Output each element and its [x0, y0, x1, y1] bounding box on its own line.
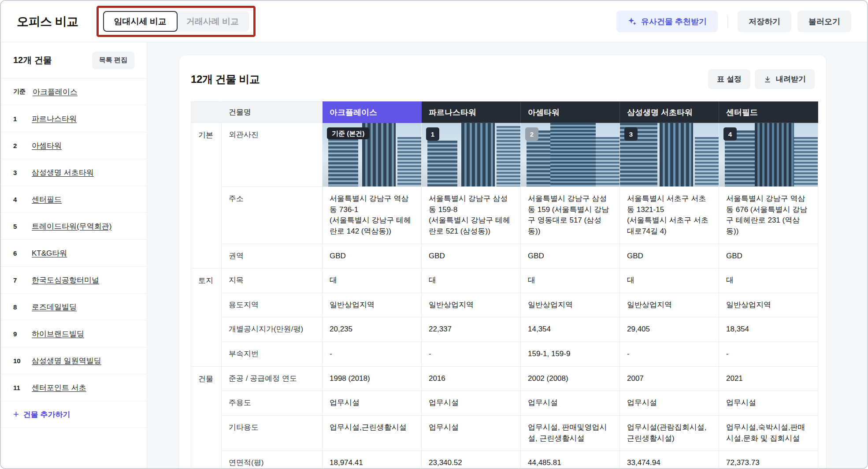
group-label: 토지: [191, 268, 222, 367]
row-label: 부속지번: [222, 342, 323, 367]
cell-value: 2021: [719, 366, 818, 391]
table-header-row: 건물명아크플레이스파르나스타워아셈타워삼성생명 서초타워센터필드: [191, 102, 818, 123]
cell-value: 23,340.52: [422, 451, 521, 468]
row-label: 기타용도: [222, 416, 323, 451]
plus-icon: +: [13, 409, 19, 419]
cell-value: -: [422, 342, 521, 367]
building-item-link[interactable]: 하이브랜드빌딩: [32, 329, 84, 339]
cell-value: 서울특별시 강남구 역삼동 676 (서울특별시 강남구 테헤란로 231 (역…: [719, 187, 818, 244]
recommend-similar-label: 유사건물 추천받기: [641, 16, 707, 27]
top-bar: 오피스 비교 임대시세 비교 거래사례 비교 유사건물 추천받기 저장하기 불러…: [1, 1, 867, 42]
building-item-link[interactable]: 파르나스타워: [32, 114, 77, 124]
cell-value: 20,235: [323, 317, 422, 342]
download-button[interactable]: 내려받기: [755, 69, 815, 89]
header-divider: [727, 15, 728, 28]
building-count-title: 12개 건물: [13, 54, 52, 66]
cell-value: 72,373.73: [719, 451, 818, 468]
building-item-index: 2: [13, 142, 25, 149]
load-button[interactable]: 불러오기: [798, 11, 851, 32]
building-item-link[interactable]: 센터포인트 서초: [32, 383, 86, 393]
building-shape: [550, 123, 596, 186]
building-photo-cell: 1: [422, 123, 521, 187]
photo-badge: 3: [624, 127, 638, 141]
building-list-item: 7한국도심공항터미널: [1, 267, 147, 294]
table-row: 주용도업무시설업무시설업무시설업무시설업무시설: [191, 391, 818, 416]
add-building-button[interactable]: + 건물 추가하기: [1, 401, 147, 428]
cell-value: 2002 (2008): [521, 366, 620, 391]
group-label: 기본: [191, 123, 222, 268]
cell-value: 14,354: [521, 317, 620, 342]
building-item-link[interactable]: 삼성생명 일원역빌딩: [32, 356, 101, 366]
comparison-table-wrap: 건물명아크플레이스파르나스타워아셈타워삼성생명 서초타워센터필드기본외관사진기준…: [191, 101, 815, 468]
row-label: 연면적(평): [222, 451, 323, 468]
edit-list-button[interactable]: 목록 편집: [92, 52, 134, 69]
building-item-index: 11: [13, 384, 25, 391]
building-item-link[interactable]: 한국도심공항터미널: [32, 275, 99, 285]
building-item-link[interactable]: 센터필드: [32, 194, 62, 205]
building-item-index: 10: [13, 357, 25, 365]
building-shape: [660, 123, 693, 186]
building-item-index: 5: [13, 223, 25, 230]
group-label: 건물: [191, 366, 222, 468]
cell-value: -: [323, 342, 422, 367]
cell-value: 업무시설, 판매및영업시설, 근린생활시설: [521, 416, 620, 451]
compare-table: 건물명아크플레이스파르나스타워아셈타워삼성생명 서초타워센터필드기본외관사진기준…: [191, 101, 818, 468]
save-button[interactable]: 저장하기: [738, 11, 791, 32]
comparison-card: 12개 건물 비교 표 설정 내려받기: [179, 55, 827, 468]
row-label: 주용도: [222, 391, 323, 416]
cell-value: 22,337: [422, 317, 521, 342]
tab-transaction-compare[interactable]: 거래사례 비교: [174, 11, 249, 32]
table-row: 개별공시지가(만원/평)20,23522,33714,35429,40518,3…: [191, 317, 818, 342]
building-item-index: 4: [13, 196, 25, 203]
cell-value: 18,974.41: [323, 451, 422, 468]
cell-value: 2016: [422, 366, 521, 391]
cell-value: 서울특별시 강남구 역삼동 736-1 (서울특별시 강남구 테헤란로 142 …: [323, 187, 422, 244]
building-list-item: 4센터필드: [1, 186, 147, 213]
cell-value: 업무시설: [620, 391, 719, 416]
page-title: 오피스 비교: [17, 14, 78, 30]
recommend-similar-button[interactable]: 유사건물 추천받기: [616, 11, 718, 32]
main-area: 12개 건물 비교 표 설정 내려받기: [147, 42, 867, 468]
cell-value: GBD: [422, 244, 521, 268]
building-item-link[interactable]: 아셈타워: [32, 141, 62, 151]
building-column-header: 아크플레이스: [323, 102, 422, 123]
cell-value: 대: [323, 268, 422, 293]
row-label: 개별공시지가(만원/평): [222, 317, 323, 342]
photo-badge: 4: [723, 127, 737, 141]
building-item-link[interactable]: KT&G타워: [32, 248, 67, 258]
office-compare-app: 오피스 비교 임대시세 비교 거래사례 비교 유사건물 추천받기 저장하기 불러…: [0, 0, 868, 469]
card-actions: 표 설정 내려받기: [708, 69, 815, 89]
cell-value: 업무시설: [521, 391, 620, 416]
building-item-link[interactable]: 로즈데일빌딩: [32, 302, 77, 312]
building-photo: 기준 (본건): [323, 123, 421, 186]
cell-value: 대: [521, 268, 620, 293]
cell-value: 대: [719, 268, 818, 293]
building-item-index: 9: [13, 330, 25, 338]
table-row: 건물준공 / 공급예정 연도1998 (2018)20162002 (2008)…: [191, 366, 818, 391]
building-shape: [596, 137, 619, 186]
cell-value: GBD: [719, 244, 818, 268]
building-item-link[interactable]: 아크플레이스: [33, 87, 78, 97]
building-photo: 2: [521, 123, 619, 186]
cell-value: -: [719, 342, 818, 367]
tab-rent-compare[interactable]: 임대시세 비교: [103, 11, 178, 32]
body: 12개 건물 목록 편집 기준아크플레이스1파르나스타워2아셈타워3삼성생명 서…: [1, 42, 867, 468]
building-column-header: 아셈타워: [521, 102, 620, 123]
table-settings-button[interactable]: 표 설정: [708, 69, 750, 89]
building-item-link[interactable]: 트레이드타워(무역회관): [32, 221, 111, 231]
building-shape: [461, 123, 495, 186]
building-list-item: 6KT&G타워: [1, 240, 147, 267]
cell-value: GBD: [521, 244, 620, 268]
card-header: 12개 건물 비교 표 설정 내려받기: [191, 67, 815, 89]
building-item-link[interactable]: 삼성생명 서초타워: [32, 168, 94, 178]
cell-value: 일반상업지역: [422, 293, 521, 317]
building-photo-cell: 2: [521, 123, 620, 187]
building-item-index: 1: [13, 115, 25, 123]
cell-value: 대: [422, 268, 521, 293]
cell-value: 업무시설: [323, 391, 422, 416]
row-label: 주소: [222, 187, 323, 244]
sidebar: 12개 건물 목록 편집 기준아크플레이스1파르나스타워2아셈타워3삼성생명 서…: [1, 42, 147, 468]
row-label: 외관사진: [222, 123, 323, 187]
cell-value: 서울특별시 서초구 서초동 1321-15 (서울특별시 서초구 서초대로74길…: [620, 187, 719, 244]
cell-value: 업무시설: [719, 391, 818, 416]
